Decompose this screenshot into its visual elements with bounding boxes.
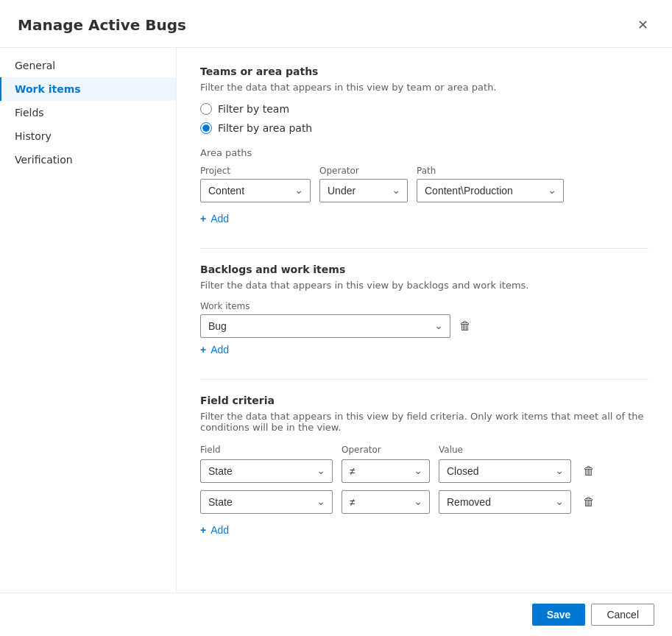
project-select-wrapper: Content [200,179,311,202]
operator-field-label: Operator [319,166,408,176]
cancel-button[interactable]: Cancel [591,604,654,626]
dialog-title: Manage Active Bugs [18,16,186,34]
backlogs-section-title: Backlogs and work items [200,264,648,275]
dialog-header: Manage Active Bugs ✕ [0,0,672,48]
add-fc-plus-icon: + [200,524,206,536]
sidebar-item-general[interactable]: General [0,54,176,77]
fc-value-label: Value [439,445,463,455]
fc-operator-select-wrapper-1: ≠ [342,490,430,514]
path-field-group: Path Content\Production [417,166,564,202]
sidebar: General Work items Fields History Verifi… [0,48,177,593]
add-area-path-label: Add [211,213,229,225]
fc-field-select-0[interactable]: State [200,459,333,483]
divider-2 [200,379,648,380]
add-area-path-plus-icon: + [200,213,206,225]
fc-value-select-wrapper-0: Closed [439,459,571,483]
radio-filter-by-area-label[interactable]: Filter by area path [200,122,648,134]
sidebar-item-verification[interactable]: Verification [0,148,176,172]
fc-operator-header: Operator [342,443,430,455]
work-item-select[interactable]: Bug [200,314,450,338]
project-field-label: Project [200,166,311,176]
backlogs-section-desc: Filter the data that appears in this vie… [200,280,648,291]
radio-filter-by-area[interactable] [200,122,212,134]
work-items-label: Work items [200,301,648,311]
project-select[interactable]: Content [200,179,311,202]
fc-value-header: Value [439,443,571,455]
fc-operator-select-0[interactable]: ≠ [342,459,430,483]
backlogs-section: Backlogs and work items Filter the data … [200,264,648,358]
radio-team-text: Filter by team [218,103,289,115]
work-items-row: Bug 🗑 [200,314,648,338]
delete-work-item-button[interactable]: 🗑 [456,314,474,338]
path-field-label: Path [417,166,564,176]
field-criteria-section: Field criteria Filter the data that appe… [200,395,648,539]
fc-operator-select-wrapper-0: ≠ [342,459,430,483]
radio-filter-by-team[interactable] [200,103,212,115]
sidebar-item-fields[interactable]: Fields [0,101,176,124]
radio-area-text: Filter by area path [218,122,312,134]
sidebar-item-work-items[interactable]: Work items [0,77,176,101]
field-criteria-desc: Filter the data that appears in this vie… [200,411,648,433]
dialog-footer: Save Cancel [0,593,672,636]
add-field-criteria-button[interactable]: + Add [200,521,229,539]
work-item-select-wrapper: Bug [200,314,450,338]
fc-field-select-1[interactable]: State [200,490,333,514]
path-select[interactable]: Content\Production [417,179,564,202]
area-path-row: Project Content Operator Under [200,166,648,202]
add-area-path-button[interactable]: + Add [200,210,229,227]
delete-fc-row-1-button[interactable]: 🗑 [580,490,598,514]
fc-field-header: Field [200,443,333,455]
teams-section-desc: Filter the data that appears in this vie… [200,82,648,93]
dialog-body: General Work items Fields History Verifi… [0,48,672,593]
project-field-group: Project Content [200,166,311,202]
add-work-item-button[interactable]: + Add [200,341,229,358]
field-criteria-row-1: State ≠ Removed 🗑 [200,490,648,514]
fc-field-label: Field [200,445,221,455]
operator-field-group: Operator Under [319,166,408,202]
fc-operator-select-1[interactable]: ≠ [342,490,430,514]
work-items-field-group: Work items Bug 🗑 [200,301,648,338]
fc-value-select-wrapper-1: Removed [439,490,571,514]
divider-1 [200,248,648,249]
add-fc-label: Add [211,524,229,536]
save-button[interactable]: Save [532,604,586,626]
fc-field-select-wrapper-1: State [200,490,333,514]
add-work-item-plus-icon: + [200,344,206,356]
manage-active-bugs-dialog: Manage Active Bugs ✕ General Work items … [0,0,672,636]
field-criteria-title: Field criteria [200,395,648,406]
radio-filter-by-team-label[interactable]: Filter by team [200,103,648,115]
fc-value-select-1[interactable]: Removed [439,490,571,514]
fc-value-select-0[interactable]: Closed [439,459,571,483]
field-criteria-row-0: State ≠ Closed 🗑 [200,459,648,483]
operator-select[interactable]: Under [319,179,408,202]
close-button[interactable]: ✕ [631,13,654,37]
sidebar-item-history[interactable]: History [0,124,176,148]
main-content: Teams or area paths Filter the data that… [177,48,672,593]
area-paths-subtitle: Area paths [200,147,648,158]
delete-fc-row-0-button[interactable]: 🗑 [580,459,598,483]
add-work-item-label: Add [211,344,229,356]
teams-section-title: Teams or area paths [200,66,648,77]
operator-select-wrapper: Under [319,179,408,202]
fc-operator-label: Operator [342,445,381,455]
fc-field-select-wrapper-0: State [200,459,333,483]
teams-section: Teams or area paths Filter the data that… [200,66,648,227]
path-select-wrapper: Content\Production [417,179,564,202]
filter-radio-group: Filter by team Filter by area path [200,103,648,134]
field-criteria-header: Field Operator Value [200,443,648,455]
